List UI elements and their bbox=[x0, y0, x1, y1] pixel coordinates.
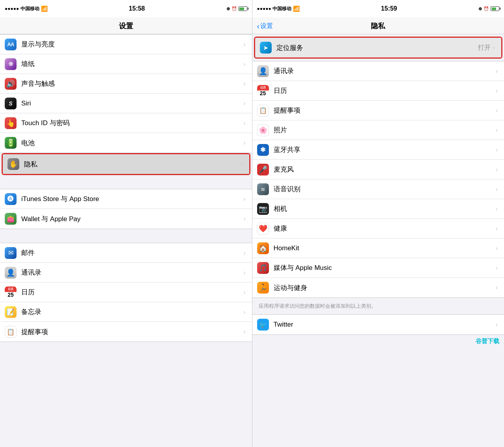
right-battery-body bbox=[491, 6, 499, 11]
location-chevron: › bbox=[493, 44, 495, 51]
left-nav-bar: 设置 bbox=[0, 17, 252, 34]
reminders-label: 提醒事项 bbox=[21, 327, 243, 336]
right-speech-chevron: › bbox=[496, 186, 498, 193]
left-time: 15:58 bbox=[129, 5, 145, 12]
right-reminders-chevron: › bbox=[496, 107, 498, 114]
right-row-speech[interactable]: ≋ 语音识别 › bbox=[252, 179, 504, 199]
privacy-icon: ✋ bbox=[7, 158, 19, 170]
right-footer-text: 应用程序请求访问您的数据时会被添加到以上类别。 bbox=[252, 298, 504, 314]
left-row-touchid[interactable]: 👆 Touch ID 与密码 › bbox=[0, 113, 252, 133]
left-row-sound[interactable]: 🔊 声音与触感 › bbox=[0, 74, 252, 94]
right-row-health[interactable]: ❤️ 健康 › bbox=[252, 219, 504, 238]
reminders-icon: 📋 bbox=[5, 326, 17, 338]
left-status-left: ●●●●● 中国移动 📶 bbox=[5, 6, 48, 12]
right-gps-icon: ⊕ bbox=[478, 6, 482, 11]
right-nav-title: 隐私 bbox=[371, 21, 385, 31]
right-wifi-icon: 📶 bbox=[293, 6, 300, 12]
left-row-itunes[interactable]: 🅐 iTunes Store 与 App Store › bbox=[0, 189, 252, 209]
left-row-contacts[interactable]: 👤 通讯录 › bbox=[0, 263, 252, 283]
right-row-microphone[interactable]: 🎤 麦克风 › bbox=[252, 160, 504, 179]
right-homekit-label: HomeKit bbox=[274, 244, 496, 252]
left-wifi-icon: 📶 bbox=[41, 6, 48, 12]
itunes-icon: 🅐 bbox=[5, 193, 17, 205]
right-calendar-icon: 日历 25 bbox=[257, 85, 269, 97]
display-icon: AA bbox=[5, 39, 17, 50]
left-gap-2 bbox=[0, 229, 252, 243]
location-icon: ➤ bbox=[260, 42, 272, 54]
left-gap-1 bbox=[0, 175, 252, 189]
right-microphone-label: 麦克风 bbox=[274, 165, 496, 174]
left-battery bbox=[239, 6, 247, 11]
mail-chevron: › bbox=[243, 249, 245, 257]
right-photos-label: 照片 bbox=[274, 126, 496, 135]
location-highlight-box: ➤ 定位服务 打开 › bbox=[254, 37, 503, 59]
left-row-display[interactable]: AA 显示与亮度 › bbox=[0, 35, 252, 54]
right-row-twitter[interactable]: 🐦 Twitter › bbox=[252, 315, 504, 334]
calendar-label: 日历 bbox=[21, 288, 243, 297]
left-content[interactable]: AA 显示与亮度 › ❋ 墙纸 › 🔊 声音与触感 › S Siri › bbox=[0, 34, 252, 447]
left-row-notes[interactable]: 📝 备忘录 › bbox=[0, 302, 252, 322]
mail-label: 邮件 bbox=[21, 248, 243, 257]
right-health-label: 健康 bbox=[274, 224, 496, 233]
touchid-chevron: › bbox=[243, 120, 245, 127]
location-value: 打开 bbox=[478, 44, 491, 52]
right-content[interactable]: ➤ 定位服务 打开 › 👤 通讯录 › 日历 25 日历 bbox=[252, 34, 504, 447]
right-row-camera[interactable]: 📷 相机 › bbox=[252, 199, 504, 219]
right-row-motion[interactable]: 🏃 运动与健身 › bbox=[252, 278, 504, 297]
right-battery-fill bbox=[492, 7, 497, 10]
calendar-top-bar: 日历 bbox=[5, 286, 17, 292]
right-camera-label: 相机 bbox=[274, 204, 496, 213]
wallet-icon: 👛 bbox=[5, 213, 17, 225]
right-row-bluetooth[interactable]: ✱ 蓝牙共享 › bbox=[252, 140, 504, 160]
right-calendar-label: 日历 bbox=[274, 86, 496, 95]
left-row-calendar[interactable]: 日历 25 日历 › bbox=[0, 283, 252, 302]
touchid-label: Touch ID 与密码 bbox=[21, 118, 243, 127]
right-alarm-icon: ⏰ bbox=[484, 6, 489, 11]
left-row-siri[interactable]: S Siri › bbox=[0, 94, 252, 113]
right-status-bar: ●●●●● 中国移动 📶 15:59 ⊕ ⏰ bbox=[252, 0, 504, 17]
right-music-label: 媒体与 Apple Music bbox=[274, 263, 496, 272]
left-row-privacy[interactable]: ✋ 隐私 › bbox=[3, 154, 249, 174]
left-row-wallpaper[interactable]: ❋ 墙纸 › bbox=[0, 54, 252, 74]
right-calendar-top: 日历 bbox=[257, 85, 269, 91]
siri-icon: S bbox=[5, 98, 17, 109]
location-border-container: ➤ 定位服务 打开 › bbox=[252, 34, 504, 59]
right-motion-chevron: › bbox=[496, 284, 498, 291]
right-time: 15:59 bbox=[381, 5, 397, 12]
contacts-chevron: › bbox=[243, 269, 245, 276]
right-row-contacts[interactable]: 👤 通讯录 › bbox=[252, 61, 504, 81]
right-battery bbox=[491, 6, 499, 11]
contacts-icon: 👤 bbox=[5, 267, 17, 279]
right-row-reminders[interactable]: 📋 提醒事项 › bbox=[252, 101, 504, 120]
left-carrier: ●●●●● 中国移动 bbox=[5, 6, 39, 12]
right-microphone-chevron: › bbox=[496, 166, 498, 173]
left-row-mail[interactable]: ✉ 邮件 › bbox=[0, 243, 252, 263]
right-photos-icon: 🌸 bbox=[257, 124, 269, 136]
right-row-homekit[interactable]: 🏠 HomeKit › bbox=[252, 238, 504, 258]
left-battery-body bbox=[239, 6, 247, 11]
right-microphone-icon: 🎤 bbox=[257, 164, 269, 175]
left-row-wallet[interactable]: 👛 Wallet 与 Apple Pay › bbox=[0, 209, 252, 229]
right-nav-bar: ‹ 设置 隐私 bbox=[252, 17, 504, 34]
right-calendar-chevron: › bbox=[496, 87, 498, 94]
battery-label: 电池 bbox=[21, 139, 243, 148]
notes-chevron: › bbox=[243, 308, 245, 316]
notes-label: 备忘录 bbox=[21, 307, 243, 316]
left-group-2: 🅐 iTunes Store 与 App Store › 👛 Wallet 与 … bbox=[0, 189, 252, 229]
notes-icon: 📝 bbox=[5, 306, 17, 318]
privacy-chevron: › bbox=[241, 161, 243, 168]
right-homekit-chevron: › bbox=[496, 245, 498, 252]
right-homekit-icon: 🏠 bbox=[257, 242, 269, 254]
right-row-photos[interactable]: 🌸 照片 › bbox=[252, 120, 504, 140]
left-row-reminders[interactable]: 📋 提醒事项 › bbox=[0, 322, 252, 342]
right-phone-panel: ●●●●● 中国移动 📶 15:59 ⊕ ⏰ ‹ 设置 隐私 ➤ bbox=[252, 0, 504, 447]
right-carrier: ●●●●● 中国移动 bbox=[257, 6, 292, 12]
right-twitter-group: 🐦 Twitter › bbox=[252, 314, 504, 335]
right-row-location[interactable]: ➤ 定位服务 打开 › bbox=[255, 38, 502, 57]
right-row-calendar[interactable]: 日历 25 日历 › bbox=[252, 81, 504, 101]
reminders-chevron: › bbox=[243, 328, 245, 335]
left-row-battery[interactable]: 🔋 电池 › bbox=[0, 133, 252, 153]
right-row-music[interactable]: 🎵 媒体与 Apple Music › bbox=[252, 258, 504, 278]
right-nav-back-button[interactable]: ‹ 设置 bbox=[257, 22, 273, 31]
wallet-label: Wallet 与 Apple Pay bbox=[21, 214, 243, 224]
